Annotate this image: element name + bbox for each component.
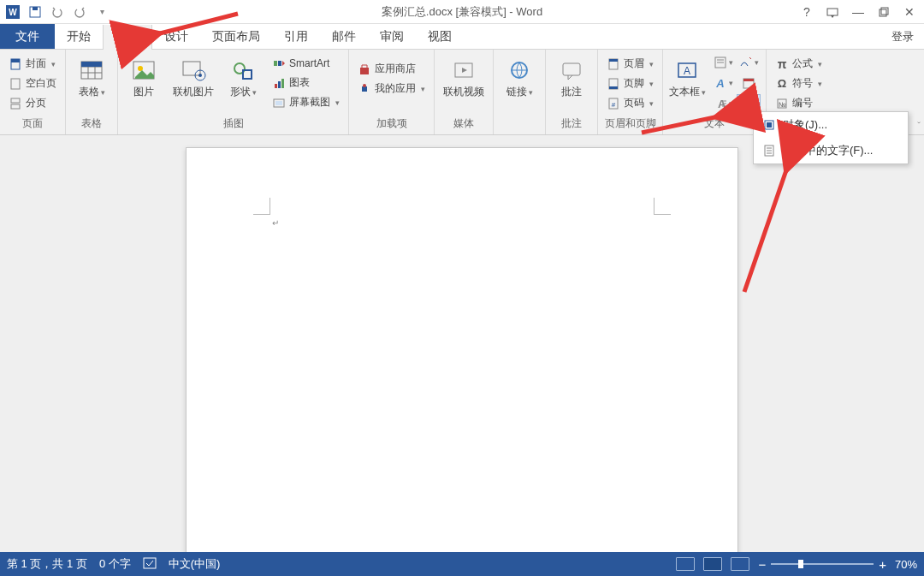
object-dropdown-menu: 对象(J)... 文件中的文字(F)...	[753, 111, 909, 164]
table-label: 表格	[79, 86, 99, 98]
save-icon[interactable]	[26, 3, 44, 21]
header-button[interactable]: 页眉▾	[603, 55, 657, 73]
object-button[interactable]: ▾	[737, 94, 761, 113]
window-title: 案例汇总.docx [兼容模式] - Word	[382, 4, 542, 20]
tab-home[interactable]: 开始	[55, 24, 103, 49]
footer-button[interactable]: 页脚▾	[603, 74, 657, 92]
svg-rect-27	[275, 84, 277, 88]
svg-rect-37	[563, 63, 580, 75]
table-icon	[78, 56, 105, 84]
chart-button[interactable]: 图表	[269, 74, 343, 92]
tab-mailings[interactable]: 邮件	[320, 24, 368, 49]
page-break-button[interactable]: 分页	[5, 94, 60, 112]
shapes-button[interactable]: 形状▾	[222, 53, 264, 103]
svg-rect-58	[743, 101, 749, 106]
status-language[interactable]: 中文(中国)	[169, 556, 221, 572]
myapps-button[interactable]: 我的应用▾	[354, 80, 429, 98]
login-link[interactable]: 登录	[881, 24, 924, 49]
tab-insert[interactable]: 插入	[103, 25, 152, 50]
store-button[interactable]: 应用商店	[354, 60, 429, 78]
store-label: 应用商店	[375, 62, 416, 76]
store-icon	[358, 62, 371, 76]
redo-icon[interactable]	[70, 3, 89, 21]
zoom-slider[interactable]: − +	[758, 557, 886, 572]
group-links: 链接▾	[494, 50, 546, 134]
online-video-button[interactable]: 联机视频	[440, 53, 488, 103]
margin-corner-tr	[654, 198, 671, 215]
group-label-pages: 页面	[5, 115, 60, 134]
qat-more-icon[interactable]: ▾	[92, 3, 111, 21]
pagenum-label: 页码	[624, 96, 644, 110]
proofing-icon[interactable]	[143, 557, 157, 572]
svg-rect-31	[275, 101, 282, 105]
svg-line-49	[749, 57, 751, 59]
pictures-icon	[130, 56, 157, 84]
smartart-button[interactable]: SmartArt	[269, 55, 343, 72]
online-pictures-button[interactable]: 联机图片	[169, 53, 217, 103]
quickparts-button[interactable]: ▾	[711, 53, 735, 72]
tab-review[interactable]: 审阅	[368, 24, 416, 49]
equation-icon: π	[775, 57, 789, 71]
chart-icon	[272, 76, 286, 90]
tab-file[interactable]: 文件	[0, 24, 55, 49]
restore-button[interactable]	[873, 1, 895, 23]
tab-design[interactable]: 设计	[152, 24, 200, 49]
title-bar: W ▾ 案例汇总.docx [兼容模式] - Word ? — ✕	[0, 0, 924, 24]
object-menu-icon	[762, 118, 776, 132]
menu-object[interactable]: 对象(J)...	[754, 112, 908, 138]
svg-rect-4	[827, 9, 838, 15]
zoom-thumb[interactable]	[798, 560, 803, 568]
video-icon	[450, 56, 477, 84]
dropcap-button[interactable]: A▾	[711, 94, 735, 113]
textbox-button[interactable]: A 文本框▾	[668, 53, 706, 103]
page-1[interactable]: ↵	[186, 147, 738, 576]
symbol-button[interactable]: Ω符号▾	[772, 74, 826, 92]
textfile-menu-icon	[762, 144, 776, 157]
equation-button[interactable]: π公式▾	[772, 55, 826, 73]
blank-page-button[interactable]: 空白页	[5, 74, 60, 92]
view-print-button[interactable]	[703, 557, 722, 571]
zoom-level[interactable]: 70%	[895, 558, 917, 571]
svg-rect-6	[881, 8, 888, 15]
minimize-button[interactable]: —	[847, 1, 869, 23]
number-button[interactable]: №编号	[772, 94, 826, 112]
links-button[interactable]: 链接▾	[499, 53, 540, 103]
ribbon-options-button[interactable]	[821, 1, 844, 23]
status-page[interactable]: 第 1 页，共 1 页	[7, 556, 87, 572]
word-icon: W	[3, 3, 22, 21]
group-tables: 表格▾ 表格	[66, 50, 118, 134]
tab-references[interactable]: 引用	[272, 24, 320, 49]
header-icon	[607, 57, 620, 71]
pagenum-button[interactable]: #页码▾	[603, 94, 657, 112]
tab-view[interactable]: 视图	[416, 24, 464, 49]
pictures-button[interactable]: 图片	[123, 53, 164, 103]
menu-textfile-label: 文件中的文字(F)...	[783, 143, 873, 158]
zoom-track[interactable]	[771, 563, 874, 565]
tab-layout[interactable]: 页面布局	[200, 24, 272, 49]
view-read-button[interactable]	[676, 557, 695, 571]
screenshot-button[interactable]: 屏幕截图▾	[269, 93, 343, 111]
svg-point-22	[198, 74, 202, 77]
video-label: 联机视频	[443, 86, 484, 99]
zoom-out-button[interactable]: −	[758, 557, 766, 572]
signature-button[interactable]: ▾	[737, 53, 761, 72]
footer-icon	[607, 77, 620, 91]
undo-icon[interactable]	[48, 3, 67, 21]
comments-button[interactable]: 批注	[551, 53, 592, 103]
svg-rect-29	[281, 79, 284, 88]
cover-page-button[interactable]: 封面▾	[5, 55, 60, 73]
status-words[interactable]: 0 个字	[99, 556, 131, 572]
group-pages: 封面▾ 空白页 分页 页面	[0, 50, 66, 134]
view-web-button[interactable]	[731, 557, 749, 571]
svg-rect-26	[278, 61, 281, 66]
menu-object-label: 对象(J)...	[783, 117, 827, 133]
ribbon-collapse-icon[interactable]: ˇ	[917, 121, 921, 131]
wordart-button[interactable]: A▾	[711, 74, 735, 92]
table-button[interactable]: 表格▾	[71, 53, 112, 103]
zoom-in-button[interactable]: +	[879, 557, 886, 572]
close-button[interactable]: ✕	[898, 1, 921, 23]
datetime-button[interactable]	[737, 74, 761, 92]
menu-text-from-file[interactable]: 文件中的文字(F)...	[754, 138, 908, 163]
help-button[interactable]: ?	[796, 1, 818, 23]
break-label: 分页	[26, 96, 46, 110]
